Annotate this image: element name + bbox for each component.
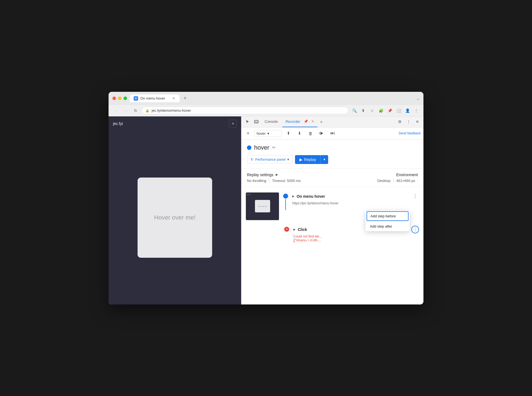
tab-bar: R On menu hover ✕ + (130, 95, 270, 102)
step-title-main: On menu hover (297, 194, 325, 199)
performance-dropdown-arrow: ▾ (287, 157, 289, 161)
svg-marker-3 (331, 132, 334, 134)
website-panel: jec.fyi ☀ Hover over me! (109, 116, 241, 304)
settings-left: Replay settings ▶ No throttling Timeout:… (247, 173, 304, 183)
step-status-dot-blue (283, 194, 288, 199)
devtools-close-icon[interactable]: ✕ (414, 118, 421, 126)
replay-quick-button[interactable] (317, 129, 326, 138)
url-text: jec.fyi/demo/menu-hover (152, 108, 345, 113)
recording-select-value: hover (257, 131, 266, 136)
add-step-before-menu-item[interactable]: Add step before (367, 211, 409, 221)
step-thumbnail: jec.fyi Hover over me! (246, 192, 279, 220)
forward-button[interactable]: → (122, 107, 130, 114)
svg-marker-2 (320, 132, 323, 135)
import-button[interactable]: ⬇ (295, 129, 304, 138)
step-replay-button[interactable] (328, 129, 337, 138)
main-content: jec.fyi ☀ Hover over me! (109, 116, 423, 304)
more-options-icon[interactable]: ⋮ (412, 107, 420, 114)
responsive-design-icon[interactable] (252, 118, 260, 126)
step-content-main: ▶ On menu hover ⋮ https://jec.fyi/demo/m… (292, 192, 419, 206)
step-click-expand-icon[interactable]: ▶ (293, 228, 296, 231)
bookmark-icon[interactable]: ☆ (368, 107, 376, 114)
export-button[interactable]: ⬆ (284, 129, 293, 138)
split-view-icon[interactable]: ⬜ (395, 107, 402, 114)
resolution-value: 461×660 px (394, 179, 418, 183)
reload-button[interactable]: ↻ (132, 107, 139, 114)
devtools-header: Console Recorder 📌 ✕ » ⚙ ⋮ ✕ (241, 116, 423, 127)
replay-main-button[interactable]: ▶ Replay (295, 155, 321, 164)
theme-toggle-button[interactable]: ☀ (229, 120, 237, 127)
step-timeline-main (282, 194, 289, 211)
maximize-button[interactable] (123, 97, 127, 100)
profile-icon[interactable]: 👤 (404, 107, 411, 114)
replay-settings-section: Replay settings ▶ No throttling Timeout:… (241, 169, 423, 187)
new-tab-button[interactable]: + (181, 95, 189, 102)
replay-label: Replay (304, 157, 316, 162)
replay-settings-label: Replay settings (247, 173, 273, 177)
replay-dropdown-button[interactable]: ▾ (320, 155, 328, 164)
environment-label: Environment (377, 173, 418, 177)
settings-right: Environment Desktop 461×660 px (377, 173, 418, 183)
back-button[interactable]: ← (112, 107, 120, 114)
context-menu: Add step before Add step after (365, 211, 410, 231)
step-error-text: Could not find ele... [["#menu > li:nth-… (293, 235, 419, 242)
browser-window: R On menu hover ✕ + ⌄ ← → ↻ 🔒 jec.fyi/de… (109, 92, 423, 304)
replay-dropdown-arrow: ▾ (323, 157, 325, 161)
extensions-icon[interactable]: 🧩 (377, 107, 385, 114)
throttling-value: No throttling (247, 179, 269, 183)
window-controls: ⌄ (416, 96, 420, 101)
website-header: jec.fyi ☀ (109, 116, 241, 131)
replay-button-group: ▶ Replay ▾ (295, 155, 328, 164)
browser-tab[interactable]: R On menu hover ✕ (130, 95, 180, 102)
edit-title-icon[interactable]: ✏ (272, 145, 276, 150)
site-name: jec.fyi (113, 121, 123, 126)
extension-pin-icon[interactable]: 📌 (386, 107, 394, 114)
replay-settings-expand-icon: ▶ (276, 173, 278, 176)
cursor-tool-icon[interactable] (244, 118, 251, 126)
security-icon: 🔒 (145, 109, 149, 113)
step-timeline-click: ✕ (283, 227, 290, 232)
step-subtitle-main: https://jec.fyi/demo/menu-hover (292, 201, 419, 205)
delete-button[interactable]: 🗑 (306, 129, 315, 138)
nav-icons: 🔍 ⬆ ☆ 🧩 📌 ⬜ 👤 ⋮ (351, 107, 420, 114)
replay-settings-row[interactable]: Replay settings ▶ (247, 173, 304, 177)
search-icon[interactable]: 🔍 (351, 107, 358, 114)
replay-play-icon: ▶ (299, 157, 302, 162)
hover-card[interactable]: Hover over me! (138, 178, 212, 258)
tab-recorder[interactable]: Recorder 📌 ✕ (282, 116, 317, 127)
url-bar[interactable]: 🔒 jec.fyi/demo/menu-hover (142, 107, 348, 114)
more-tabs-button[interactable]: » (318, 119, 324, 124)
steps-section: jec.fyi Hover over me! (241, 187, 423, 248)
send-feedback-link[interactable]: Send feedback (399, 131, 421, 135)
devtools-main[interactable]: hover ✏ ↻ Performance panel ▾ ▶ Replay (241, 140, 423, 304)
add-step-after-menu-item[interactable]: Add step after (365, 222, 410, 231)
devtools-settings-icon[interactable]: ⚙ (396, 118, 404, 126)
devtools-toolbar: + hover ▾ ⬆ ⬇ 🗑 (241, 127, 423, 140)
tab-close-button[interactable]: ✕ (171, 96, 176, 101)
title-bar: R On menu hover ✕ + ⌄ (109, 92, 423, 105)
recording-select-arrow: ▾ (267, 131, 269, 136)
step-timeline-line (285, 199, 286, 210)
recorder-pin-icon: 📌 (302, 118, 310, 125)
share-icon[interactable]: ⬆ (359, 107, 367, 114)
tab-console[interactable]: Console (261, 116, 281, 127)
recording-title-section: hover ✏ ↻ Performance panel ▾ ▶ Replay (241, 140, 423, 169)
recording-status-dot (247, 145, 251, 150)
close-button[interactable] (112, 97, 116, 100)
step-more-button-click[interactable]: ⋮ (411, 226, 419, 233)
step-more-button-main[interactable]: ⋮ (411, 192, 419, 200)
devtools-more-options-icon[interactable]: ⋮ (405, 118, 412, 126)
add-recording-button[interactable]: + (244, 129, 252, 137)
performance-panel-label: Performance panel (255, 157, 286, 161)
recording-actions: ↻ Performance panel ▾ ▶ Replay ▾ (247, 155, 418, 164)
recording-selector[interactable]: hover ▾ (254, 130, 282, 137)
performance-panel-button[interactable]: ↻ Performance panel ▾ (247, 155, 293, 164)
website-body: Hover over me! (109, 131, 241, 304)
timeout-value: Timeout: 5000 ms (269, 179, 304, 183)
recording-title: hover (254, 144, 269, 151)
minimize-button[interactable] (118, 97, 122, 100)
tab-recorder-close[interactable]: ✕ (311, 119, 314, 123)
tab-title: On menu hover (140, 96, 165, 100)
environment-details: Desktop 461×660 px (377, 179, 418, 183)
step-expand-icon[interactable]: ▶ (292, 195, 294, 198)
